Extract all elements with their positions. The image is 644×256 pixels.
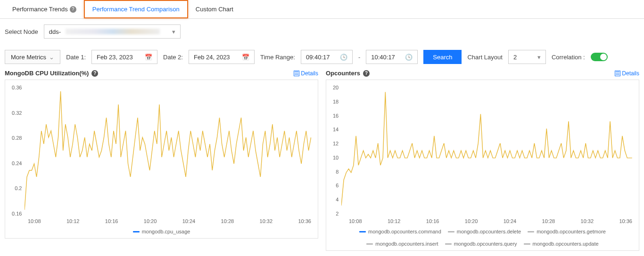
more-metrics-label: More Metrics	[11, 54, 46, 61]
time-range-separator: -	[358, 54, 360, 61]
chart-op-box: 2018161412108642 10:0810:1210:1610:2010:…	[326, 80, 639, 251]
chart-cpu-yaxis: 0.360.320.280.240.20.16	[12, 85, 25, 216]
tab-label: Performance Trends	[12, 6, 68, 13]
correlation-label: Correlation :	[552, 54, 585, 61]
date1-input[interactable]: Feb 23, 2023 📅	[91, 50, 157, 64]
node-prefix: dds-	[49, 28, 61, 35]
chart-op-details-link[interactable]: Details	[615, 70, 639, 77]
date2-value: Feb 24, 2023	[194, 54, 230, 61]
time-from-value: 09:40:17	[306, 54, 330, 61]
date2-input[interactable]: Feb 24, 2023 📅	[189, 50, 255, 64]
tab-label: Performance Trend Comparison	[92, 6, 180, 13]
chart-cpu-svg	[25, 85, 311, 216]
date2-label: Date 2:	[163, 54, 183, 61]
chart-cpu-details-link[interactable]: Details	[294, 70, 318, 77]
tab-custom-chart[interactable]: Custom Chart	[188, 0, 241, 18]
clock-icon: 🕓	[405, 54, 413, 61]
chart-op-legend: mongodb.opcounters.commandmongodb.opcoun…	[333, 229, 632, 247]
tab-performance-trend-comparison[interactable]: Performance Trend Comparison	[84, 0, 188, 18]
chart-op-yaxis: 2018161412108642	[333, 85, 341, 216]
chart-cpu-panel: MongoDB CPU Utilization(%) ? Details 0.3…	[5, 70, 318, 251]
details-icon	[294, 71, 299, 76]
controls-row: More Metrics ⌄ Date 1: Feb 23, 2023 📅 Da…	[0, 44, 644, 70]
time-from-input[interactable]: 09:40:17 🕓	[301, 50, 353, 64]
chart-cpu-box: 0.360.320.280.240.20.16 10:0810:1210:161…	[5, 80, 318, 239]
chevron-down-icon: ⌄	[49, 54, 54, 61]
tab-performance-trends[interactable]: Performance Trends ?	[5, 0, 84, 18]
details-label: Details	[622, 70, 639, 77]
correlation-toggle[interactable]	[591, 53, 608, 61]
time-to-value: 10:40:17	[371, 54, 395, 61]
chart-op-xaxis: 10:0810:1210:1610:2010:2410:2810:3210:36	[333, 218, 632, 224]
details-icon	[615, 71, 620, 76]
date1-value: Feb 23, 2023	[97, 54, 133, 61]
time-to-input[interactable]: 10:40:17 🕓	[366, 50, 418, 64]
calendar-icon: 📅	[242, 54, 249, 61]
chart-cpu-plot: 0.360.320.280.240.20.16	[12, 85, 311, 216]
help-icon[interactable]: ?	[363, 70, 370, 77]
more-metrics-button[interactable]: More Metrics ⌄	[5, 50, 60, 64]
date1-label: Date 1:	[66, 54, 86, 61]
time-range-label: Time Range:	[260, 54, 295, 61]
chart-cpu-legend: mongodb.cpu_usage	[12, 229, 311, 234]
chart-cpu-header: MongoDB CPU Utilization(%) ? Details	[5, 70, 318, 77]
chart-cpu-title: MongoDB CPU Utilization(%)	[5, 70, 89, 77]
chart-cpu-xaxis: 10:0810:1210:1610:2010:2410:2810:3210:36	[12, 218, 311, 224]
chart-op-plot: 2018161412108642	[333, 85, 632, 216]
node-id-redacted	[66, 29, 160, 34]
chart-op-title: Opcounters	[326, 70, 360, 77]
clock-icon: 🕓	[340, 54, 347, 61]
help-icon[interactable]: ?	[70, 6, 76, 13]
calendar-icon: 📅	[145, 54, 152, 61]
chart-op-panel: Opcounters ? Details 2018161412108642 10…	[326, 70, 639, 251]
node-select-row: Select Node dds-	[0, 19, 644, 44]
help-icon[interactable]: ?	[91, 70, 98, 77]
chart-op-header: Opcounters ? Details	[326, 70, 639, 77]
select-node-label: Select Node	[5, 28, 38, 35]
search-button-label: Search	[433, 54, 452, 61]
tab-label: Custom Chart	[196, 6, 233, 13]
charts-container: MongoDB CPU Utilization(%) ? Details 0.3…	[0, 70, 644, 256]
chart-op-svg	[341, 85, 632, 216]
node-select[interactable]: dds-	[44, 24, 181, 39]
search-button[interactable]: Search	[423, 50, 462, 64]
chart-layout-select[interactable]: 2	[508, 50, 546, 64]
details-label: Details	[301, 70, 318, 77]
chart-layout-label: Chart Layout	[467, 54, 502, 61]
chart-layout-value: 2	[513, 54, 517, 61]
tabs: Performance Trends ? Performance Trend C…	[0, 0, 644, 19]
